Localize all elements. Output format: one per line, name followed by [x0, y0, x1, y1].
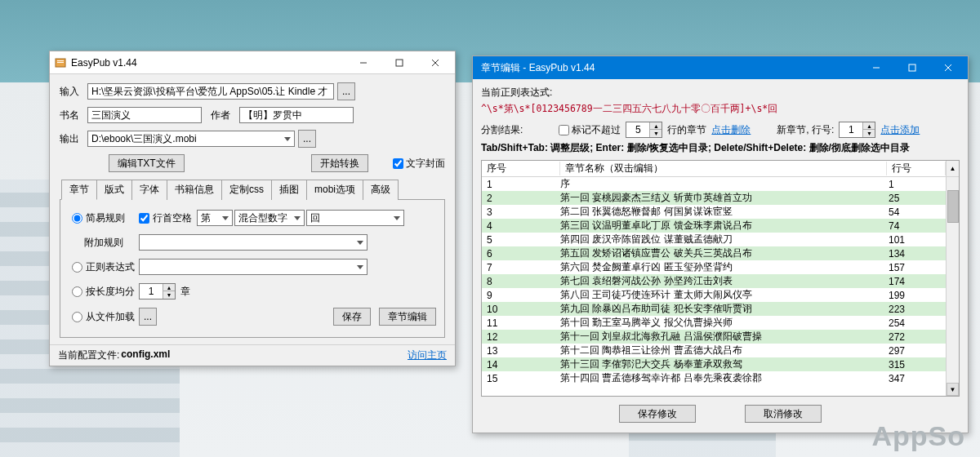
table-row[interactable]: 13第十二回 陶恭祖三让徐州 曹孟德大战吕布297	[482, 344, 959, 357]
col-name[interactable]: 章节名称（双击编辑）	[560, 162, 887, 175]
table-row[interactable]: 3第二回 张翼德怒鞭督邮 何国舅谋诛宦竖54	[482, 205, 959, 219]
text-cover-checkbox[interactable]: 文字封面	[390, 156, 445, 171]
config-file: config.xml	[121, 348, 170, 362]
cell-name[interactable]: 第七回 袁绍磐河战公孙 孙坚跨江击刘表	[560, 274, 887, 288]
edit-txt-button[interactable]: 编辑TXT文件	[109, 154, 185, 172]
cell-name[interactable]: 第五回 发矫诏诸镇应曹公 破关兵三英战吕布	[560, 246, 887, 260]
table-row[interactable]: 9第八回 王司徒巧使连环计 董太师大闹风仪亭199	[482, 288, 959, 302]
simple-rule-radio[interactable]: 简易规则	[69, 211, 139, 225]
regex-rule-combo[interactable]	[139, 259, 368, 275]
cell-name[interactable]: 第三回 议温明董卓叱丁原 馈金珠李肃说吕布	[560, 219, 887, 233]
table-row[interactable]: 10第九回 除暴凶吕布助司徒 犯长安李傕听贾诩223	[482, 302, 959, 316]
table-row[interactable]: 15第十四回 曹孟德移驾幸许都 吕奉先乘夜袭徐郡347	[482, 371, 959, 385]
cell-name[interactable]: 第九回 除暴凶吕布助司徒 犯长安李傕听贾诩	[560, 302, 887, 316]
marker2-combo[interactable]: 回	[306, 210, 404, 226]
maximize-button[interactable]	[381, 51, 417, 74]
table-row[interactable]: 6第五回 发矫诏诸镇应曹公 破关兵三英战吕布134	[482, 246, 959, 260]
table-row[interactable]: 11第十回 勤王室马腾举义 报父仇曹操兴师254	[482, 316, 959, 330]
input-path-field[interactable]	[87, 83, 334, 100]
titlebar[interactable]: 章节编辑 - EasyPub v1.44	[473, 56, 968, 79]
line-start-space-checkbox[interactable]: 行首空格	[139, 211, 192, 225]
cell-name[interactable]: 第十回 勤王室马腾举义 报父仇曹操兴师	[560, 316, 887, 330]
cell-seq: 2	[482, 193, 560, 204]
tab-chapter[interactable]: 章节	[61, 180, 97, 200]
cell-name[interactable]: 第十二回 陶恭祖三让徐州 曹孟德大战吕布	[560, 344, 887, 357]
visit-homepage-link[interactable]: 访问主页	[408, 348, 447, 362]
close-button[interactable]	[417, 51, 453, 74]
tab-mobi[interactable]: mobi选项	[306, 180, 363, 200]
cell-name[interactable]: 第十一回 刘皇叔北海救孔融 吕温侯濮阳破曹操	[560, 330, 887, 344]
close-button[interactable]	[930, 56, 966, 79]
cancel-changes-button[interactable]: 取消修改	[745, 405, 822, 423]
cell-name[interactable]: 序	[560, 177, 887, 191]
length-value-spinner[interactable]: ▲▼	[139, 283, 176, 299]
browse-input-button[interactable]: ...	[337, 82, 355, 100]
minimize-button[interactable]	[345, 51, 381, 74]
marker1-combo[interactable]: 第	[197, 210, 233, 226]
cell-line: 157	[887, 262, 946, 273]
table-row[interactable]: 1序1	[482, 177, 959, 191]
tab-advanced[interactable]: 高级	[363, 180, 399, 200]
cell-line: 272	[887, 331, 946, 343]
chevron-up-icon: ▲	[650, 122, 662, 130]
table-row[interactable]: 2第一回 宴桃园豪杰三结义 斩黄巾英雄首立功25	[482, 191, 959, 205]
mark-limit-checkbox[interactable]: 标记不超过	[555, 122, 621, 138]
tab-font[interactable]: 字体	[131, 180, 167, 200]
cell-name[interactable]: 第十四回 曹孟德移驾幸许都 吕奉先乘夜袭徐郡	[560, 371, 887, 385]
browse-output-button[interactable]: ...	[298, 130, 316, 148]
table-body[interactable]: 1序12第一回 宴桃园豪杰三结义 斩黄巾英雄首立功253第二回 张翼德怒鞭督邮 …	[482, 177, 959, 396]
table-row[interactable]: 4第三回 议温明董卓叱丁原 馈金珠李肃说吕布74	[482, 219, 959, 233]
click-add-link[interactable]: 点击添加	[880, 123, 920, 137]
cell-line: 347	[887, 373, 946, 384]
tab-image[interactable]: 插图	[271, 180, 307, 200]
cell-seq: 15	[482, 373, 560, 384]
number-type-combo[interactable]: 混合型数字	[234, 210, 305, 226]
click-delete-link[interactable]: 点击删除	[711, 123, 751, 137]
new-chapter-spinner[interactable]: ▲▼	[839, 122, 875, 138]
extra-rule-combo[interactable]	[139, 234, 368, 251]
chapter-edit-button[interactable]: 章节编辑	[379, 308, 436, 326]
bookname-field[interactable]	[87, 107, 202, 123]
scrollbar-thumb[interactable]	[947, 190, 959, 223]
cell-name[interactable]: 第一回 宴桃园豪杰三结义 斩黄巾英雄首立功	[560, 191, 887, 205]
start-convert-button[interactable]: 开始转换	[311, 154, 368, 172]
cell-name[interactable]: 第八回 王司徒巧使连环计 董太师大闹风仪亭	[560, 288, 887, 302]
cell-name[interactable]: 第二回 张翼德怒鞭督邮 何国舅谋诛宦竖	[560, 205, 887, 219]
table-row[interactable]: 12第十一回 刘皇叔北海救孔融 吕温侯濮阳破曹操272	[482, 330, 959, 344]
from-file-radio[interactable]: 从文件加载	[69, 310, 139, 324]
chevron-up-icon[interactable]: ▲	[946, 161, 959, 176]
table-row[interactable]: 7第六回 焚金阙董卓行凶 匿玉玺孙坚背约157	[482, 260, 959, 274]
table-row[interactable]: 8第七回 袁绍磐河战公孙 孙坚跨江击刘表174	[482, 274, 959, 288]
save-rule-button[interactable]: 保存	[333, 308, 371, 326]
vertical-scrollbar[interactable]: ▼	[946, 177, 959, 396]
chapter-table[interactable]: 序号 章节名称（双击编辑） 行号 ▲ 1序12第一回 宴桃园豪杰三结义 斩黄巾英…	[481, 160, 960, 397]
titlebar[interactable]: EasyPub v1.44	[50, 51, 455, 74]
cell-line: 174	[887, 276, 946, 287]
cell-seq: 13	[482, 345, 560, 357]
cell-seq: 11	[482, 317, 560, 329]
cell-name[interactable]: 第六回 焚金阙董卓行凶 匿玉玺孙坚背约	[560, 260, 887, 274]
col-seq[interactable]: 序号	[482, 162, 560, 175]
tab-layout[interactable]: 版式	[96, 180, 132, 200]
cell-seq: 5	[482, 234, 560, 246]
table-row[interactable]: 5第四回 废汉帝陈留践位 谋董贼孟德献刀101	[482, 233, 959, 246]
tab-css[interactable]: 定制css	[221, 180, 272, 200]
output-path-combo[interactable]: D:\ebook\三国演义.mobi	[87, 131, 295, 147]
cell-line: 101	[887, 234, 946, 246]
cell-line: 74	[887, 220, 946, 232]
author-field[interactable]	[239, 107, 354, 123]
chevron-down-icon[interactable]: ▼	[947, 383, 959, 396]
minimize-button[interactable]	[858, 56, 894, 79]
table-row[interactable]: 14第十三回 李傕郭汜大交兵 杨奉董承双救驾315	[482, 357, 959, 371]
regex-rule-radio[interactable]: 正则表达式	[69, 260, 139, 274]
from-file-browse-button[interactable]: ...	[139, 308, 157, 326]
col-line[interactable]: 行号	[887, 162, 946, 175]
tab-bookinfo[interactable]: 书籍信息	[167, 180, 222, 200]
maximize-button[interactable]	[894, 56, 930, 79]
save-changes-button[interactable]: 保存修改	[619, 405, 696, 423]
mark-limit-spinner[interactable]: ▲▼	[626, 122, 662, 138]
cell-line: 134	[887, 248, 946, 260]
cell-name[interactable]: 第十三回 李傕郭汜大交兵 杨奉董承双救驾	[560, 357, 887, 371]
cell-name[interactable]: 第四回 废汉帝陈留践位 谋董贼孟德献刀	[560, 233, 887, 246]
length-split-radio[interactable]: 按长度均分	[69, 285, 139, 299]
